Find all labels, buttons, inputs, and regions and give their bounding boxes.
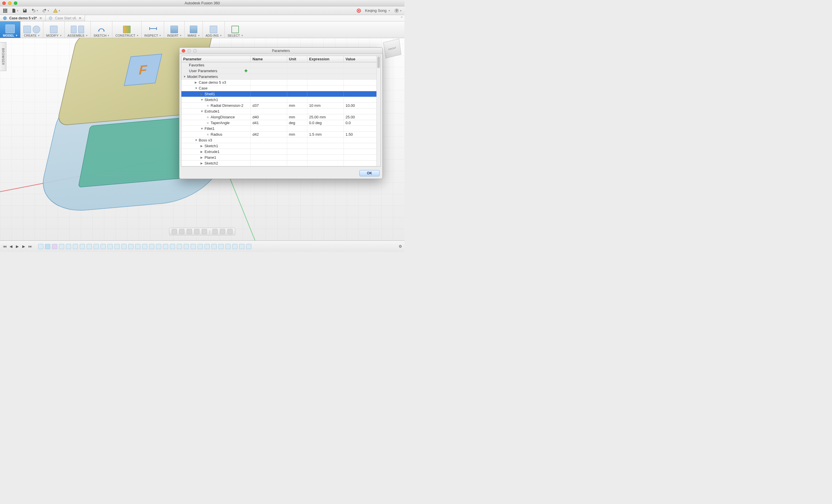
parameter-tree-node[interactable]: ▶Extrude1 [181, 149, 381, 155]
favorite-star-icon[interactable]: ★ [206, 115, 209, 119]
timeline-feature[interactable] [66, 244, 71, 249]
timeline-feature[interactable] [170, 244, 175, 249]
parameter-row[interactable]: ★Radiusd42mm1.5 mm1.50 [181, 132, 381, 137]
doc-tab-1[interactable]: Case Start v6 ✕ [46, 15, 85, 21]
joint-icon[interactable] [71, 26, 77, 33]
decal-icon[interactable] [171, 26, 178, 33]
timeline-step-back-button[interactable]: ◀ [9, 244, 13, 249]
cell-expression[interactable]: 1.5 mm [307, 132, 344, 137]
cell-value[interactable]: 1.50 [344, 132, 381, 137]
browser-panel-tab[interactable]: BROWSER [0, 42, 6, 71]
press-pull-icon[interactable] [50, 26, 57, 33]
cell-name[interactable]: d41 [251, 120, 287, 125]
scrollbar-thumb[interactable] [377, 57, 380, 68]
add-parameter-button[interactable]: ✚ [244, 69, 248, 73]
diagnostics-button[interactable] [53, 8, 60, 13]
timeline-feature[interactable] [184, 244, 189, 249]
file-menu-button[interactable] [11, 8, 19, 13]
chevron-icon[interactable]: ▶ [201, 162, 204, 165]
timeline-feature[interactable] [239, 244, 244, 249]
dialog-titlebar[interactable]: Parameters [179, 48, 383, 54]
favorite-star-icon[interactable]: ★ [206, 133, 209, 137]
parameter-tree-node[interactable]: ▼Extrude1 [181, 109, 381, 114]
cell-unit[interactable]: mm [287, 114, 307, 120]
timeline-feature[interactable] [163, 244, 168, 249]
chevron-icon[interactable]: ▼ [201, 127, 204, 130]
save-button[interactable] [23, 8, 27, 13]
timeline-feature[interactable] [218, 244, 224, 249]
timeline-feature[interactable] [38, 244, 43, 249]
parameter-row[interactable]: ★AlongDistanced40mm25.00 mm25.00 [181, 114, 381, 120]
data-panel-button[interactable] [3, 8, 7, 13]
timeline-feature[interactable] [121, 244, 127, 249]
print-icon[interactable] [190, 26, 197, 33]
ribbon-group-sketch[interactable]: SKETCH [91, 21, 113, 38]
timeline-feature[interactable] [114, 244, 120, 249]
workspace-switcher[interactable]: MODEL [0, 21, 21, 38]
chevron-icon[interactable]: ▼ [201, 110, 204, 113]
chevron-icon[interactable]: ▶ [195, 81, 198, 84]
timeline-step-fwd-button[interactable]: ▶ [21, 244, 26, 249]
cell-value[interactable]: 25.00 [344, 114, 381, 120]
timeline-feature[interactable] [135, 244, 140, 249]
chevron-icon[interactable]: ▶ [201, 150, 204, 153]
col-expression[interactable]: Expression [307, 56, 344, 62]
timeline-feature[interactable] [73, 244, 78, 249]
look-at-button[interactable] [179, 229, 184, 234]
ribbon-group-modify[interactable]: MODIFY [43, 21, 65, 38]
sphere-icon[interactable] [33, 26, 40, 33]
timeline-feature[interactable] [52, 244, 57, 249]
timeline-play-button[interactable]: ▶ [15, 244, 20, 249]
timeline-feature[interactable] [177, 244, 182, 249]
parameter-tree-node[interactable]: ▼Model Parameters [181, 74, 381, 80]
scripts-icon[interactable] [210, 26, 217, 33]
ribbon-group-construct[interactable]: CONSTRUCT [112, 21, 141, 38]
create-sketch-icon[interactable] [98, 26, 105, 33]
ribbon-group-select[interactable]: SELECT [225, 21, 246, 38]
user-menu[interactable]: Keqing Song [365, 8, 390, 13]
ribbon-group-assemble[interactable]: ASSEMBLE [65, 21, 91, 38]
chevron-icon[interactable]: ▼ [201, 98, 204, 101]
box-icon[interactable] [23, 26, 31, 33]
timeline-feature[interactable] [211, 244, 217, 249]
chevron-icon[interactable]: ▼ [195, 139, 198, 142]
timeline-feature[interactable] [107, 244, 113, 249]
select-icon[interactable] [231, 26, 239, 33]
timeline-feature[interactable] [87, 244, 92, 249]
timeline-feature[interactable] [205, 244, 210, 249]
cell-expression[interactable]: 25.00 mm [307, 114, 344, 120]
plane-icon[interactable] [123, 26, 131, 33]
scrollbar[interactable] [376, 56, 381, 166]
fit-button[interactable] [202, 229, 207, 234]
cell-expression[interactable]: 10 mm [307, 103, 344, 108]
ok-button[interactable]: OK [359, 170, 380, 176]
timeline-end-button[interactable]: ⏭ [28, 244, 32, 249]
parameter-tree-node[interactable]: ▶Case demo 5 v3 [181, 80, 381, 85]
parameter-row[interactable]: ★TaperAngled41deg0.0 deg0.0 [181, 120, 381, 126]
parameter-row[interactable]: ★Radial Dimension-2d37mm10 mm10.00 [181, 103, 381, 109]
display-settings-button[interactable] [213, 229, 218, 234]
parameter-tree-node[interactable]: ▼Fillet1 [181, 126, 381, 132]
timeline-feature[interactable] [128, 244, 133, 249]
timeline-feature[interactable] [59, 244, 64, 249]
ribbon-group-addins[interactable]: ADD-INS [203, 21, 225, 38]
cell-expression[interactable]: 0.0 deg [307, 120, 344, 125]
timeline-feature[interactable] [80, 244, 85, 249]
ribbon-group-create[interactable]: CREATE [21, 21, 43, 38]
viewcube[interactable]: FRONT [383, 38, 401, 58]
undo-button[interactable] [31, 8, 38, 13]
timeline-feature[interactable] [198, 244, 203, 249]
timeline-feature[interactable] [191, 244, 196, 249]
col-value[interactable]: Value [344, 56, 381, 62]
timeline-feature[interactable] [45, 244, 50, 249]
cell-name[interactable]: d42 [251, 132, 287, 137]
cell-unit[interactable]: mm [287, 103, 307, 108]
favorite-star-icon[interactable]: ★ [206, 104, 209, 108]
parameter-tree-node[interactable]: ▶Sketch1 [181, 143, 381, 149]
parameter-tree-node[interactable]: ▶Plane1 [181, 155, 381, 161]
cell-name[interactable]: d40 [251, 114, 287, 120]
close-icon[interactable]: ✕ [39, 17, 43, 20]
timeline-feature[interactable] [101, 244, 106, 249]
cell-value[interactable]: 0.0 [344, 120, 381, 125]
timeline-feature[interactable] [142, 244, 147, 249]
